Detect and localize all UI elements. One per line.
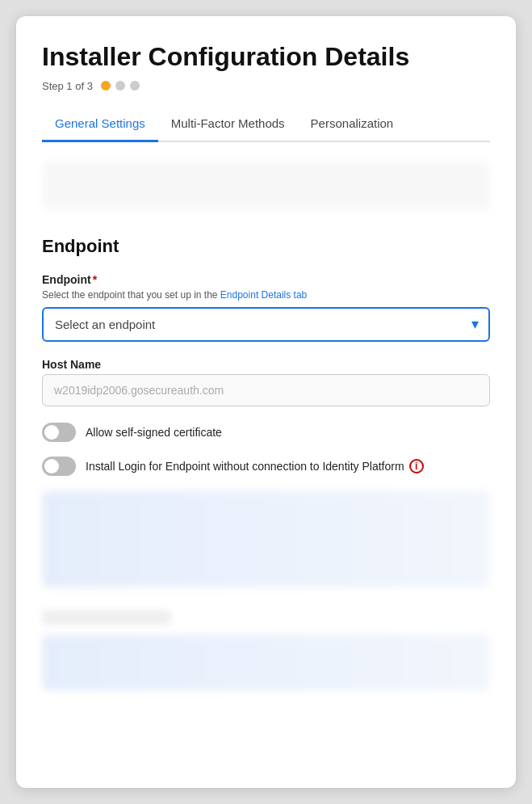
main-card: Installer Configuration Details Step 1 o… <box>16 16 516 788</box>
tab-general-settings[interactable]: General Settings <box>42 108 158 142</box>
endpoint-select-wrapper: Select an endpoint ▾ <box>42 307 490 342</box>
toggle-no-connection-label: Install Login for Endpoint without conne… <box>86 459 424 474</box>
toggle-self-signed-label: Allow self-signed certificate <box>86 426 222 439</box>
toggle-no-connection-text: Install Login for Endpoint without conne… <box>86 460 404 473</box>
toggle-no-connection-slider <box>42 457 76 476</box>
hostname-input[interactable] <box>42 374 490 406</box>
step-dot-3 <box>130 81 140 91</box>
endpoint-select[interactable]: Select an endpoint <box>42 307 490 342</box>
tab-multi-factor-methods[interactable]: Multi-Factor Methods <box>158 108 298 142</box>
blurred-bottom-title <box>42 610 171 625</box>
endpoint-section-title: Endpoint <box>42 236 490 257</box>
tab-personalization[interactable]: Personalization <box>298 108 407 142</box>
toggle-no-connection[interactable] <box>42 457 76 476</box>
toggle-self-signed[interactable] <box>42 423 76 442</box>
hint-prefix-text: Select the endpoint that you set up in t… <box>42 289 218 301</box>
page-title: Installer Configuration Details <box>42 42 490 72</box>
hint-link[interactable]: Endpoint Details tab <box>220 289 307 301</box>
blurred-top-section <box>42 162 490 210</box>
endpoint-field-hint: Select the endpoint that you set up in t… <box>42 289 490 301</box>
info-icon[interactable]: i <box>409 459 424 474</box>
hostname-label: Host Name <box>42 358 490 371</box>
endpoint-field-label: Endpoint * <box>42 273 490 286</box>
toggle-no-connection-row: Install Login for Endpoint without conne… <box>42 457 490 476</box>
required-asterisk: * <box>93 273 97 286</box>
step-dot-1 <box>101 81 111 91</box>
toggle-self-signed-slider <box>42 423 76 442</box>
endpoint-field-group: Endpoint * Select the endpoint that you … <box>42 273 490 342</box>
hostname-field-group: Host Name <box>42 358 490 406</box>
toggle-self-signed-row: Allow self-signed certificate <box>42 423 490 442</box>
blurred-mid-section <box>42 490 490 587</box>
blurred-bottom-section <box>42 634 490 691</box>
step-dot-2 <box>115 81 125 91</box>
endpoint-label-text: Endpoint <box>42 273 91 286</box>
tab-bar: General Settings Multi-Factor Methods Pe… <box>42 108 490 142</box>
step-indicator: Step 1 of 3 <box>42 80 490 92</box>
step-text: Step 1 of 3 <box>42 80 93 92</box>
